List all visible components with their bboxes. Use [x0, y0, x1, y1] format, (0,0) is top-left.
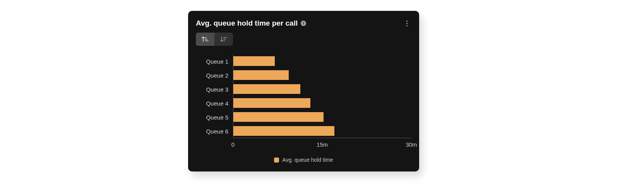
- bar-row: [233, 54, 411, 68]
- y-axis-labels: Queue 1Queue 2Queue 3Queue 4Queue 5Queue…: [196, 54, 233, 138]
- x-axis-tick: 0: [231, 141, 235, 148]
- legend: Avg. queue hold time: [196, 157, 411, 163]
- legend-swatch: [274, 158, 279, 163]
- sort-ascending-button[interactable]: [196, 33, 214, 46]
- title-wrap: Avg. queue hold time per call i: [196, 19, 306, 28]
- plot-area: [233, 54, 411, 138]
- y-axis-label: Queue 5: [196, 110, 233, 124]
- bar-row: [233, 124, 411, 138]
- y-axis-label: Queue 4: [196, 96, 233, 110]
- y-axis-label: Queue 2: [196, 68, 233, 82]
- bar[interactable]: [233, 84, 300, 94]
- y-axis-label: Queue 3: [196, 82, 233, 96]
- sort-ascending-icon: [202, 36, 209, 42]
- sort-toggle: [196, 33, 233, 46]
- bar-row: [233, 82, 411, 96]
- bar-row: [233, 68, 411, 82]
- legend-label: Avg. queue hold time: [282, 157, 333, 163]
- y-axis-label: Queue 1: [196, 54, 233, 68]
- info-icon[interactable]: i: [301, 21, 306, 26]
- chart-card: Avg. queue hold time per call i Qu: [188, 11, 419, 171]
- bar[interactable]: [233, 56, 275, 66]
- sort-descending-button[interactable]: [214, 33, 233, 46]
- bar-row: [233, 96, 411, 110]
- bar[interactable]: [233, 126, 334, 136]
- card-header: Avg. queue hold time per call i: [196, 19, 411, 28]
- chart-plot: Queue 1Queue 2Queue 3Queue 4Queue 5Queue…: [196, 54, 411, 138]
- card-title: Avg. queue hold time per call: [196, 19, 298, 28]
- bar[interactable]: [233, 70, 289, 80]
- y-axis-label: Queue 6: [196, 124, 233, 138]
- bars-container: [233, 54, 411, 138]
- bar-row: [233, 110, 411, 124]
- more-menu-button[interactable]: [402, 19, 411, 28]
- bar[interactable]: [233, 98, 310, 108]
- bar[interactable]: [233, 112, 324, 122]
- x-axis: 015m30m: [233, 141, 411, 149]
- x-axis-tick: 15m: [317, 141, 328, 148]
- sort-descending-icon: [220, 36, 227, 42]
- x-axis-tick: 30m: [406, 141, 417, 148]
